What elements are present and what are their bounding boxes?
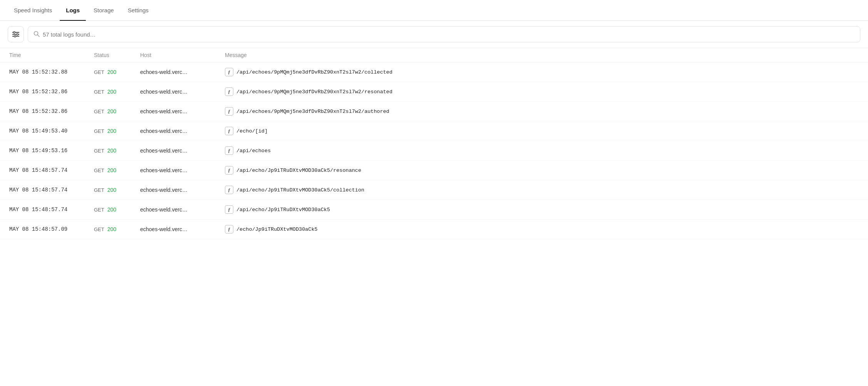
- toolbar: [0, 21, 868, 48]
- filter-button[interactable]: [8, 26, 24, 42]
- message-text: /api/echo/Jp9iTRuDXtvMOD30aCk5/collectio…: [236, 187, 364, 193]
- method-label: GET: [94, 69, 104, 75]
- status-code: 200: [107, 167, 116, 173]
- status-cell: GET 200: [94, 206, 140, 213]
- log-table: MAY 08 15:52:32.88 GET 200 echoes-weld.v…: [0, 62, 868, 239]
- time-cell: MAY 08 15:48:57.74: [9, 206, 94, 213]
- method-label: GET: [94, 148, 104, 154]
- status-code: 200: [107, 206, 116, 213]
- function-icon: ƒ: [225, 68, 233, 76]
- status-code: 200: [107, 128, 116, 134]
- message-text: /api/echoes/9pMQmj5ne3dfDvRbZ90xnT2sl7w2…: [236, 69, 392, 75]
- search-bar: [28, 26, 860, 42]
- host-cell: echoes-weld.verc…: [140, 148, 225, 154]
- time-cell: MAY 08 15:52:32.88: [9, 69, 94, 75]
- status-cell: GET 200: [94, 108, 140, 114]
- method-label: GET: [94, 227, 104, 232]
- message-cell: ƒ /api/echo/Jp9iTRuDXtvMOD30aCk5: [225, 205, 859, 214]
- host-cell: echoes-weld.verc…: [140, 167, 225, 173]
- method-label: GET: [94, 89, 104, 95]
- nav-tab-settings[interactable]: Settings: [122, 0, 155, 20]
- message-text: /api/echo/Jp9iTRuDXtvMOD30aCk5/resonance: [236, 168, 361, 173]
- time-cell: MAY 08 15:48:57.74: [9, 187, 94, 193]
- host-cell: echoes-weld.verc…: [140, 89, 225, 95]
- table-row[interactable]: MAY 08 15:49:53.16 GET 200 echoes-weld.v…: [0, 141, 868, 161]
- host-cell: echoes-weld.verc…: [140, 69, 225, 75]
- function-icon: ƒ: [225, 186, 233, 194]
- table-row[interactable]: MAY 08 15:48:57.74 GET 200 echoes-weld.v…: [0, 161, 868, 180]
- status-cell: GET 200: [94, 167, 140, 173]
- message-cell: ƒ /api/echoes/9pMQmj5ne3dfDvRbZ90xnT2sl7…: [225, 68, 859, 76]
- message-cell: ƒ /api/echo/Jp9iTRuDXtvMOD30aCk5/resonan…: [225, 166, 859, 175]
- table-header: Time Status Host Message: [0, 48, 868, 62]
- svg-line-7: [38, 35, 40, 37]
- status-cell: GET 200: [94, 69, 140, 75]
- message-cell: ƒ /echo/[id]: [225, 127, 859, 135]
- nav-tab-storage[interactable]: Storage: [87, 0, 120, 20]
- status-code: 200: [107, 89, 116, 95]
- nav-tab-logs[interactable]: Logs: [60, 0, 86, 20]
- function-icon: ƒ: [225, 225, 233, 233]
- function-icon: ƒ: [225, 166, 233, 175]
- svg-point-3: [13, 32, 15, 33]
- status-code: 200: [107, 226, 116, 232]
- status-cell: GET 200: [94, 128, 140, 134]
- status-cell: GET 200: [94, 89, 140, 95]
- host-cell: echoes-weld.verc…: [140, 128, 225, 134]
- message-text: /echo/Jp9iTRuDXtvMOD30aCk5: [236, 227, 318, 232]
- function-icon: ƒ: [225, 127, 233, 135]
- message-text: /api/echoes/9pMQmj5ne3dfDvRbZ90xnT2sl7w2…: [236, 109, 389, 114]
- status-code: 200: [107, 148, 116, 154]
- table-row[interactable]: MAY 08 15:48:57.74 GET 200 echoes-weld.v…: [0, 180, 868, 200]
- col-host: Host: [140, 52, 225, 58]
- function-icon: ƒ: [225, 87, 233, 96]
- message-text: /api/echoes: [236, 148, 271, 154]
- filter-icon: [12, 31, 19, 37]
- status-cell: GET 200: [94, 148, 140, 154]
- table-row[interactable]: MAY 08 15:52:32.86 GET 200 echoes-weld.v…: [0, 82, 868, 102]
- status-cell: GET 200: [94, 226, 140, 232]
- time-cell: MAY 08 15:52:32.86: [9, 89, 94, 95]
- method-label: GET: [94, 128, 104, 134]
- time-cell: MAY 08 15:48:57.09: [9, 226, 94, 232]
- search-input[interactable]: [43, 31, 855, 38]
- host-cell: echoes-weld.verc…: [140, 187, 225, 193]
- table-row[interactable]: MAY 08 15:48:57.74 GET 200 echoes-weld.v…: [0, 200, 868, 220]
- svg-point-5: [14, 35, 16, 37]
- nav-tab-speed-insights[interactable]: Speed Insights: [8, 0, 58, 20]
- table-row[interactable]: MAY 08 15:48:57.09 GET 200 echoes-weld.v…: [0, 220, 868, 239]
- nav-tabs: Speed InsightsLogsStorageSettings: [0, 0, 868, 21]
- message-cell: ƒ /api/echoes: [225, 146, 859, 155]
- col-time: Time: [9, 52, 94, 58]
- time-cell: MAY 08 15:49:53.16: [9, 148, 94, 154]
- status-code: 200: [107, 108, 116, 114]
- message-cell: ƒ /api/echo/Jp9iTRuDXtvMOD30aCk5/collect…: [225, 186, 859, 194]
- message-cell: ƒ /api/echoes/9pMQmj5ne3dfDvRbZ90xnT2sl7…: [225, 107, 859, 116]
- table-row[interactable]: MAY 08 15:52:32.88 GET 200 echoes-weld.v…: [0, 62, 868, 82]
- host-cell: echoes-weld.verc…: [140, 108, 225, 114]
- message-text: /api/echoes/9pMQmj5ne3dfDvRbZ90xnT2sl7w2…: [236, 89, 392, 95]
- table-row[interactable]: MAY 08 15:49:53.40 GET 200 echoes-weld.v…: [0, 121, 868, 141]
- status-cell: GET 200: [94, 187, 140, 193]
- message-text: /echo/[id]: [236, 128, 268, 134]
- message-text: /api/echo/Jp9iTRuDXtvMOD30aCk5: [236, 207, 330, 213]
- status-code: 200: [107, 187, 116, 193]
- method-label: GET: [94, 207, 104, 213]
- table-row[interactable]: MAY 08 15:52:32.86 GET 200 echoes-weld.v…: [0, 102, 868, 121]
- method-label: GET: [94, 109, 104, 114]
- message-cell: ƒ /echo/Jp9iTRuDXtvMOD30aCk5: [225, 225, 859, 233]
- search-icon: [34, 31, 40, 38]
- col-status: Status: [94, 52, 140, 58]
- method-label: GET: [94, 187, 104, 193]
- time-cell: MAY 08 15:49:53.40: [9, 128, 94, 134]
- method-label: GET: [94, 168, 104, 173]
- host-cell: echoes-weld.verc…: [140, 226, 225, 232]
- function-icon: ƒ: [225, 205, 233, 214]
- col-message: Message: [225, 52, 859, 58]
- time-cell: MAY 08 15:52:32.86: [9, 108, 94, 114]
- message-cell: ƒ /api/echoes/9pMQmj5ne3dfDvRbZ90xnT2sl7…: [225, 87, 859, 96]
- host-cell: echoes-weld.verc…: [140, 206, 225, 213]
- function-icon: ƒ: [225, 146, 233, 155]
- function-icon: ƒ: [225, 107, 233, 116]
- time-cell: MAY 08 15:48:57.74: [9, 167, 94, 173]
